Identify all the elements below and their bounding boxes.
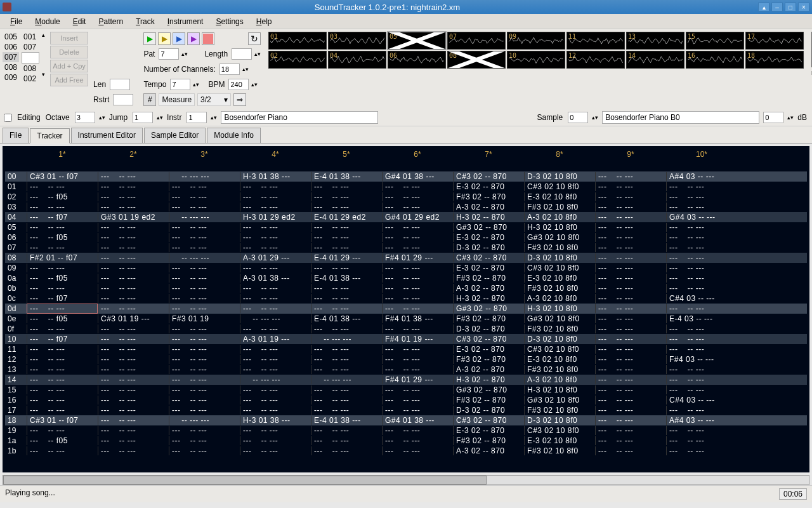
channel-scopes: 010305070911131517020406081012141618 bbox=[268, 32, 804, 107]
tab-instrument-editor[interactable]: Instrument Editor bbox=[71, 128, 143, 143]
menu-pattern[interactable]: Pattern bbox=[92, 16, 129, 27]
menu-module[interactable]: Module bbox=[29, 16, 66, 27]
bpm-input[interactable] bbox=[228, 79, 249, 90]
window-title: SoundTracker 1.0.2-pre1: nightrain2.xm bbox=[16, 3, 758, 12]
menu-track[interactable]: Track bbox=[129, 16, 161, 27]
order-col-1[interactable]: 005006 007 008009 bbox=[3, 32, 19, 83]
channel-scope-16[interactable]: 16 bbox=[686, 51, 744, 69]
tab-file[interactable]: File bbox=[3, 128, 29, 143]
menu-settings[interactable]: Settings bbox=[209, 16, 249, 27]
db-label: dB bbox=[797, 113, 807, 122]
channel-scope-02[interactable]: 02 bbox=[268, 51, 327, 69]
channel-scope-14[interactable]: 14 bbox=[626, 51, 684, 69]
menu-edit[interactable]: Edit bbox=[67, 16, 93, 27]
channel-scope-06[interactable]: 06 bbox=[388, 51, 446, 69]
menu-help[interactable]: Help bbox=[250, 16, 278, 27]
horizontal-scrollbar[interactable] bbox=[3, 475, 809, 485]
statusbar: Playing song... 00:06 bbox=[0, 485, 812, 502]
loop-button[interactable]: ↻ bbox=[248, 32, 261, 45]
play-cursor-button[interactable]: ▶ bbox=[173, 32, 185, 45]
tab-module-info[interactable]: Module Info bbox=[207, 128, 261, 143]
instr-input[interactable] bbox=[187, 112, 207, 123]
channel-scope-07[interactable]: 07 bbox=[447, 32, 506, 50]
app-icon bbox=[3, 3, 11, 11]
channel-scope-04[interactable]: 04 bbox=[328, 51, 386, 69]
instrument-name-input[interactable] bbox=[221, 111, 378, 124]
rstrt-label: Rstrt bbox=[93, 95, 109, 104]
channel-scope-15[interactable]: 15 bbox=[686, 32, 744, 50]
jump-input[interactable] bbox=[133, 112, 153, 123]
jump-label: Jump bbox=[109, 113, 128, 122]
bpm-label: BPM bbox=[208, 80, 225, 89]
channel-scope-03[interactable]: 03 bbox=[328, 32, 386, 50]
menu-file[interactable]: File bbox=[4, 16, 29, 27]
channel-scope-09[interactable]: 09 bbox=[507, 32, 565, 50]
len-input[interactable] bbox=[110, 79, 130, 90]
editing-checkbox[interactable] bbox=[4, 114, 12, 122]
delete-button[interactable]: Delete bbox=[50, 46, 88, 58]
pat-input[interactable] bbox=[159, 48, 179, 60]
tab-sample-editor[interactable]: Sample Editor bbox=[144, 128, 206, 143]
order-edit[interactable] bbox=[22, 52, 39, 64]
main-tabs: FileTrackerInstrument EditorSample Edito… bbox=[0, 126, 812, 144]
channel-scope-17[interactable]: 17 bbox=[745, 32, 804, 50]
sample-name-input[interactable] bbox=[602, 111, 759, 124]
db-input[interactable] bbox=[763, 112, 783, 123]
sample-label: Sample bbox=[537, 113, 563, 122]
apply-button[interactable]: ⇒ bbox=[233, 93, 246, 106]
instr-label: Instr bbox=[167, 113, 181, 122]
window-titlebar: SoundTracker 1.0.2-pre1: nightrain2.xm ▴… bbox=[0, 0, 812, 14]
order-col-2[interactable]: 001007 008002 bbox=[22, 32, 39, 84]
tempo-label: Tempo bbox=[143, 80, 166, 89]
tab-tracker[interactable]: Tracker bbox=[30, 128, 69, 144]
channel-scope-11[interactable]: 11 bbox=[566, 32, 625, 50]
channel-scope-12[interactable]: 12 bbox=[566, 51, 625, 69]
tempo-input[interactable] bbox=[170, 79, 190, 90]
status-text: Playing song... bbox=[5, 488, 55, 500]
length-label: Length bbox=[204, 50, 228, 58]
channel-scope-13[interactable]: 13 bbox=[626, 32, 684, 50]
rstrt-input[interactable] bbox=[113, 94, 133, 105]
play-time: 00:06 bbox=[779, 488, 807, 500]
add-copy-button[interactable]: Add + Cpy bbox=[50, 60, 88, 72]
octave-input[interactable] bbox=[75, 112, 95, 123]
maximize-button[interactable]: □ bbox=[785, 3, 796, 11]
stop-button[interactable] bbox=[202, 32, 214, 45]
rollup-button[interactable]: ▴ bbox=[758, 3, 769, 11]
channel-scope-05[interactable]: 05 bbox=[388, 32, 446, 50]
pat-label: Pat bbox=[143, 50, 155, 58]
sharp-toggle[interactable]: # bbox=[143, 93, 156, 106]
channel-scope-08[interactable]: 08 bbox=[447, 51, 506, 69]
close-button[interactable]: × bbox=[798, 3, 809, 11]
measure-select[interactable]: 3/2 ▾ bbox=[197, 93, 231, 106]
sample-input[interactable] bbox=[568, 112, 588, 123]
channel-scope-10[interactable]: 10 bbox=[507, 51, 565, 69]
spinner-up-icon[interactable]: ▴ bbox=[42, 32, 45, 38]
add-free-button[interactable]: Add Free bbox=[50, 74, 88, 86]
play-selection-button[interactable]: ▶ bbox=[187, 32, 200, 45]
channel-scope-18[interactable]: 18 bbox=[745, 51, 804, 69]
len-label: Len bbox=[93, 80, 106, 89]
play-button[interactable]: ▶ bbox=[143, 32, 156, 45]
channel-scope-01[interactable]: 01 bbox=[268, 32, 327, 50]
spinner-down-icon[interactable]: ▾ bbox=[42, 71, 45, 77]
channels-label: Number of Channels: bbox=[143, 65, 215, 74]
channels-input[interactable] bbox=[219, 64, 240, 75]
insert-button[interactable]: Insert bbox=[50, 32, 88, 44]
pattern-editor[interactable]: 1*2*3*4*5*6*7*8*9*10*00C#3 01 -- f07--- … bbox=[3, 146, 809, 472]
play-pattern-button[interactable]: ▶ bbox=[158, 32, 171, 45]
toolbar: 005006 007 008009 001007 008002 ▴ ▾ Inse… bbox=[0, 29, 812, 109]
length-input[interactable] bbox=[232, 48, 252, 60]
menu-instrument[interactable]: Instrument bbox=[161, 16, 210, 27]
menubar: File Module Edit Pattern Track Instrumen… bbox=[0, 14, 812, 29]
measure-label: Measure bbox=[159, 93, 195, 106]
editing-label: Editing bbox=[17, 113, 41, 122]
octave-label: Octave bbox=[46, 113, 70, 122]
minimize-button[interactable]: – bbox=[771, 3, 783, 11]
